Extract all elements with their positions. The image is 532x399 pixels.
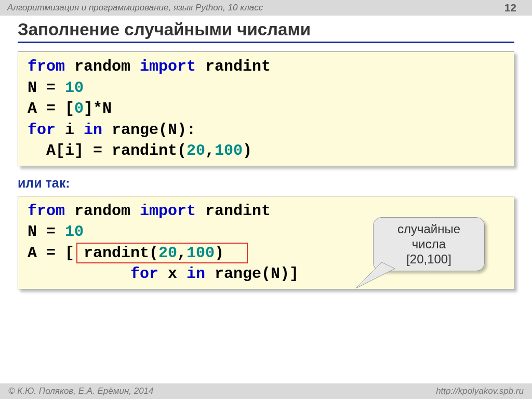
callout-line1: случайные	[385, 222, 473, 237]
svg-marker-0	[356, 262, 395, 288]
code-block-1: from random import randint N = 10 A = [0…	[18, 51, 514, 166]
code1-line5: A[i] = randint(20,100)	[28, 140, 504, 162]
callout-line3: [20,100]	[385, 252, 473, 267]
code1-line3: A = [0]*N	[28, 98, 504, 119]
code1-line4: for i in range(N):	[28, 119, 504, 141]
callout-line2: числа	[385, 237, 473, 252]
code1-line2: N = 10	[28, 77, 504, 99]
footer-bar: © К.Ю. Поляков, Е.А. Ерёмин, 2014 http:/…	[0, 383, 532, 399]
page-title: Заполнение случайными числами	[18, 20, 514, 43]
code1-line1: from random import randint	[28, 56, 504, 77]
between-label: или так:	[18, 176, 514, 191]
breadcrumb: Алгоритмизация и программирование, язык …	[7, 3, 263, 13]
callout-tail-icon	[353, 262, 395, 294]
highlight-rect	[76, 243, 248, 263]
page-number: 12	[504, 2, 516, 14]
footer-right: http://kpolyakov.spb.ru	[436, 386, 524, 396]
header-bar: Алгоритмизация и программирование, язык …	[0, 0, 532, 16]
footer-left: © К.Ю. Поляков, Е.А. Ерёмин, 2014	[8, 386, 154, 396]
